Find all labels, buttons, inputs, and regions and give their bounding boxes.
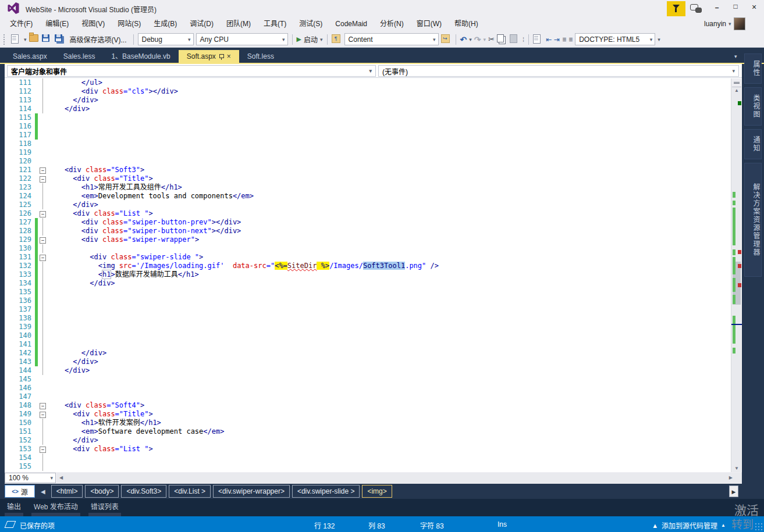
code-line[interactable]: 142 </div> — [5, 349, 731, 358]
breadcrumb-chip[interactable]: <div.Soft3> — [121, 485, 166, 498]
code-line[interactable]: 150 <h1>软件开发案例</h1> — [5, 419, 731, 427]
menu-item[interactable]: 文件(F) — [3, 16, 39, 31]
code-line[interactable]: 152 </div> — [5, 436, 731, 445]
fold-margin[interactable] — [38, 297, 48, 305]
menu-item[interactable]: CodeMaid — [329, 16, 374, 31]
fold-margin[interactable] — [38, 262, 48, 270]
collapse-box-icon[interactable]: − — [40, 447, 46, 453]
increase-indent-icon[interactable]: ⇥ — [554, 35, 560, 44]
panel-tab[interactable]: 输出 — [5, 499, 23, 516]
menu-item[interactable]: 帮助(H) — [448, 16, 485, 31]
fold-margin[interactable] — [38, 323, 48, 331]
vertical-scrollbar[interactable]: ▲ ▼ — [731, 78, 741, 472]
code-line[interactable]: 143 </div> — [5, 358, 731, 366]
collapse-box-icon[interactable]: − — [40, 412, 46, 418]
code-line[interactable]: 112 <div class="cls"></div> — [5, 87, 731, 96]
document-tab[interactable]: Sales.aspx — [5, 50, 55, 63]
fold-margin[interactable] — [38, 244, 48, 253]
fold-margin[interactable]: − — [38, 209, 48, 218]
fold-margin[interactable] — [38, 331, 48, 340]
side-tab-解决方案资源管理器[interactable]: 解决方案资源管理器 — [744, 163, 762, 277]
menu-item[interactable]: 生成(B) — [147, 16, 183, 31]
notifications-filter-button[interactable] — [667, 1, 685, 16]
feedback-button[interactable] — [690, 3, 704, 13]
fold-margin[interactable] — [38, 227, 48, 235]
fold-margin[interactable] — [38, 427, 48, 436]
code-line[interactable]: 144 </div> — [5, 366, 731, 375]
cut-icon[interactable]: ✂ — [488, 35, 495, 44]
document-outline-icon[interactable] — [533, 34, 543, 45]
code-line[interactable]: 120 — [5, 157, 731, 166]
code-line[interactable]: 128 <div class="swiper-button-next"></di… — [5, 227, 731, 235]
fold-margin[interactable] — [38, 279, 48, 288]
fold-margin[interactable]: − — [38, 410, 48, 419]
comment-icon[interactable]: ≡ — [568, 35, 573, 44]
fold-margin[interactable] — [38, 462, 48, 471]
start-button[interactable]: 启动 — [304, 34, 318, 44]
save-icon[interactable] — [42, 34, 52, 45]
menu-item[interactable]: 团队(M) — [220, 16, 257, 31]
code-line[interactable]: 117 — [5, 131, 731, 140]
collapse-box-icon[interactable]: − — [40, 255, 46, 261]
code-line[interactable]: 118 — [5, 140, 731, 148]
breadcrumb-chip[interactable]: <img> — [362, 485, 392, 498]
resize-grip[interactable] — [755, 523, 763, 531]
side-tab-属性[interactable]: 属性 — [744, 53, 762, 84]
zoom-combo[interactable]: 100 %▾ — [5, 473, 56, 483]
code-line[interactable]: 136 — [5, 297, 731, 305]
code-line[interactable]: 134 </div> — [5, 279, 731, 288]
menu-item[interactable]: 调试(D) — [183, 16, 220, 31]
event-dropdown[interactable]: (无事件)▾ — [378, 65, 739, 77]
fold-margin[interactable] — [38, 349, 48, 358]
fold-margin[interactable] — [38, 454, 48, 462]
toolbar-grip[interactable] — [3, 34, 8, 45]
fold-margin[interactable] — [38, 218, 48, 227]
fold-margin[interactable] — [38, 366, 48, 375]
undo-dropdown-icon[interactable]: ▾ — [469, 37, 472, 42]
panel-tab[interactable]: 错误列表 — [88, 499, 121, 516]
fold-margin[interactable] — [38, 270, 48, 279]
code-line[interactable]: 121− <div class="Soft3"> — [5, 166, 731, 174]
fold-margin[interactable] — [38, 157, 48, 166]
menu-item[interactable]: 窗口(W) — [410, 16, 448, 31]
start-dropdown-icon[interactable]: ▾ — [320, 37, 323, 42]
browse-target-combo[interactable]: Content▾ — [344, 33, 439, 45]
code-line[interactable]: 131− <div class="swiper-slide "> — [5, 253, 731, 262]
fold-margin[interactable] — [38, 340, 48, 349]
code-line[interactable]: 129− <div class="swiper-wrapper"> — [5, 235, 731, 244]
close-button[interactable]: × — [747, 2, 761, 13]
new-item-dropdown-icon[interactable]: ▾ — [24, 37, 27, 42]
crumb-back-icon[interactable]: ◀ — [41, 488, 45, 495]
pin-icon[interactable] — [219, 53, 223, 60]
document-list-chevron-icon[interactable]: ▾ — [734, 53, 737, 59]
fold-margin[interactable] — [38, 105, 48, 113]
code-line[interactable]: 145 — [5, 375, 731, 384]
menu-item[interactable]: 编辑(E) — [39, 16, 75, 31]
format-document-icon[interactable]: ≡ — [562, 35, 566, 44]
code-line[interactable]: 113 </div> — [5, 96, 731, 105]
fold-margin[interactable]: − — [38, 166, 48, 174]
fold-margin[interactable] — [38, 314, 48, 323]
browse-with-icon[interactable]: ¶ — [332, 34, 342, 45]
code-line[interactable]: 138 — [5, 314, 731, 323]
code-line[interactable]: 111 </ul> — [5, 78, 731, 87]
code-line[interactable]: 125 </div> — [5, 201, 731, 209]
start-play-icon[interactable]: ▶ — [297, 35, 301, 43]
minimize-button[interactable]: – — [709, 3, 725, 13]
breadcrumb-chip[interactable]: <body> — [85, 485, 119, 498]
code-line[interactable]: 151 <em>Software development case</em> — [5, 427, 731, 436]
fold-margin[interactable] — [38, 140, 48, 148]
breadcrumb-chip[interactable]: <html> — [51, 485, 83, 498]
decrease-indent-icon[interactable]: ⇤ — [546, 35, 552, 44]
code-line[interactable]: 147 — [5, 392, 731, 401]
scroll-down-icon[interactable]: ▼ — [731, 466, 742, 471]
code-line[interactable]: 133 <h1>数据库开发辅助工具</h1> — [5, 270, 731, 279]
collapse-box-icon[interactable]: − — [40, 403, 46, 409]
fold-margin[interactable] — [38, 375, 48, 384]
new-item-icon[interactable] — [11, 34, 22, 45]
close-icon[interactable]: × — [227, 50, 231, 63]
code-area[interactable]: 111 </ul>112 <div class="cls"></div>113 … — [5, 78, 731, 472]
toolbar-overflow-icon[interactable]: ⁞ — [523, 36, 524, 43]
document-tab[interactable]: 1、BaseModule.vb — [103, 50, 178, 63]
code-line[interactable]: 135 — [5, 288, 731, 297]
